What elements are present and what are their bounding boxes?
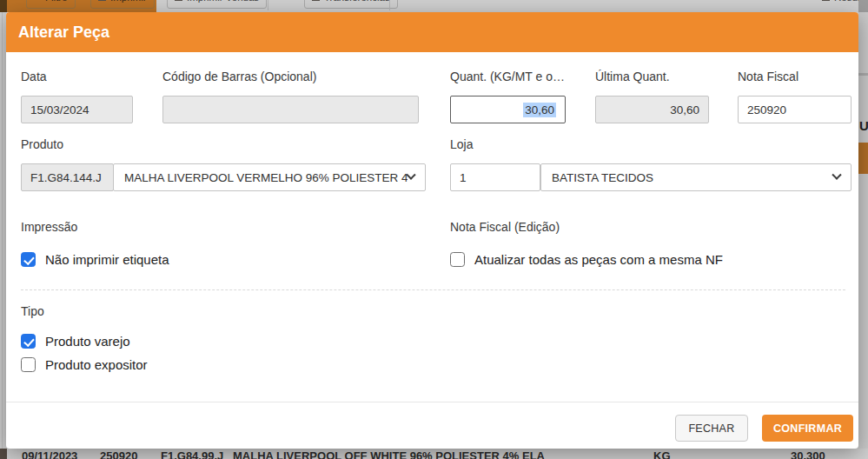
list-icon: [822, 0, 830, 1]
background-right-orange-button-edge: [858, 143, 868, 174]
nota-fiscal-edicao-section-label: Nota Fiscal (Edição): [450, 220, 560, 234]
impressao-section-label: Impressão: [21, 220, 77, 234]
modal-title: Alterar Peça: [6, 12, 858, 52]
chevron-down-icon: [406, 170, 415, 180]
data-input: [21, 96, 133, 123]
produto-expositor-row: Produto expositor: [21, 357, 148, 372]
produto-expositor-checkbox[interactable]: [21, 357, 36, 372]
produto-select-value: MALHA LIVERPOOL VERMELHO 96% POLIESTER 4…: [124, 171, 407, 184]
tipo-section-label: Tipo: [21, 304, 44, 318]
printer-icon: [98, 0, 106, 1]
imprimir-vendas-button: Imprimir Vendas: [167, 0, 267, 9]
nao-imprimir-etiqueta-checkbox[interactable]: [21, 252, 36, 267]
toolbar-separator: [389, 0, 390, 10]
imprimir-vendas-button-label: Imprimir Vendas: [187, 0, 259, 3]
transferencias-button-label: Transferências: [324, 0, 390, 3]
loja-select[interactable]: BATISTA TECIDOS: [540, 163, 851, 191]
produto-code-input: [21, 163, 114, 191]
background-right-text: U: [859, 118, 868, 133]
modal-header: Alterar Peça: [6, 12, 858, 52]
ultima-quantidade-input: [595, 96, 709, 123]
section-divider: [21, 289, 845, 290]
row-qty: 30,300: [791, 449, 825, 459]
background-right-sliver: U: [858, 12, 868, 449]
codigo-barras-label: Código de Barras (Opcional): [162, 70, 316, 83]
quantidade-input[interactable]: 30,60: [450, 96, 566, 123]
background-right-topband: [858, 0, 868, 12]
produto-expositor-label: Produto expositor: [45, 357, 148, 372]
produto-label: Produto: [21, 137, 63, 151]
background-sidebar-edge: [0, 0, 7, 12]
filtro-button-label: Filtro: [45, 0, 68, 3]
nota-fiscal-input[interactable]: [738, 96, 851, 123]
data-label: Data: [21, 70, 47, 83]
atualizar-pecas-nf-checkbox[interactable]: [450, 252, 465, 267]
row-description: MALHA LIVERPOOL OFF WHITE 96% POLIESTER …: [233, 449, 545, 459]
confirmar-button[interactable]: CONFIRMAR: [762, 415, 853, 442]
produto-varejo-label: Produto varejo: [45, 334, 130, 349]
row-code: F1.G84.99.J: [161, 449, 223, 459]
imprimir-button: Imprimir: [90, 0, 155, 9]
nao-imprimir-etiqueta-row: Não imprimir etiqueta: [21, 252, 169, 267]
loja-label: Loja: [450, 137, 473, 151]
alterar-peca-modal: Alterar Peça Data Código de Barras (Opci…: [6, 12, 858, 449]
transferencias-button: Transferências: [304, 0, 398, 9]
transfer-icon: [312, 0, 320, 1]
produto-varejo-row: Produto varejo: [21, 334, 130, 349]
row-date: 09/11/2023: [22, 449, 77, 459]
loja-select-value: BATISTA TECIDOS: [552, 171, 653, 184]
toolbar-separator: [268, 0, 268, 10]
row-nf: 250920: [100, 449, 137, 459]
row-unit: KG: [653, 449, 671, 459]
produto-varejo-checkbox[interactable]: [21, 334, 36, 349]
imprimir-button-label: Imprimir: [110, 0, 147, 3]
codigo-barras-input: [162, 96, 419, 123]
chevron-down-icon: [832, 170, 841, 180]
quantidade-selected-text: 30,60: [523, 103, 556, 117]
background-left-border: [2, 12, 3, 449]
atualizar-pecas-nf-label: Atualizar todas as peças com a mesma NF: [474, 252, 723, 267]
produto-select[interactable]: MALHA LIVERPOOL VERMELHO 96% POLIESTER 4…: [113, 163, 426, 191]
nota-fiscal-label: Nota Fiscal: [738, 70, 798, 83]
loja-code-input[interactable]: [450, 163, 540, 191]
fechar-button[interactable]: FECHAR: [675, 415, 748, 442]
background-right-divider: [858, 73, 868, 76]
background-toolbar: Filtro Imprimir Imprimir Vendas Transfer…: [0, 0, 868, 12]
printer-icon: [175, 0, 182, 1]
ultima-quantidade-label: Última Quant.: [595, 70, 670, 83]
nao-imprimir-etiqueta-label: Não imprimir etiqueta: [45, 252, 169, 267]
footer-divider: [6, 402, 858, 402]
atualizar-pecas-nf-row: Atualizar todas as peças com a mesma NF: [450, 252, 723, 267]
background-sidebar-edge: [0, 449, 7, 459]
quantidade-label: Quant. (KG/MT e o…: [450, 70, 565, 83]
background-table-row: 09/11/2023 250920 F1.G84.99.J MALHA LIVE…: [0, 449, 868, 459]
filtro-button: Filtro: [26, 0, 76, 9]
